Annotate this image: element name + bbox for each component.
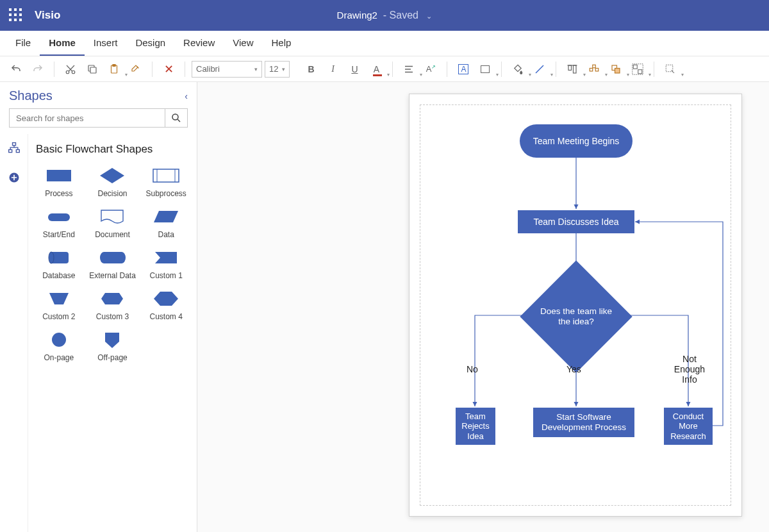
text-box-button[interactable]: A [454, 60, 473, 79]
stencil-org-icon[interactable] [6, 140, 22, 156]
copy-button[interactable] [83, 60, 102, 79]
shapes-panel: Shapes ‹ Basic Flowchart Shapes [0, 82, 197, 532]
tab-design[interactable]: Design [126, 31, 174, 56]
shape-start-end[interactable]: Start/End [32, 207, 86, 239]
svg-rect-18 [633, 63, 643, 74]
svg-marker-37 [101, 293, 123, 304]
document-title[interactable]: Drawing2 [337, 10, 377, 21]
select-button[interactable]: ▾ [661, 60, 680, 79]
node-start[interactable]: Team Meeting Begins [520, 124, 633, 158]
node-reject[interactable]: Team Rejects Idea [456, 408, 495, 445]
align-objects-button[interactable]: ▾ [563, 60, 582, 79]
cut-button[interactable] [61, 60, 80, 79]
canvas[interactable]: Team Meeting Begins Team Discusses Idea … [197, 82, 769, 532]
document-title-wrap: Drawing2 - Saved ⌄ [0, 10, 769, 21]
svg-rect-11 [590, 68, 593, 71]
svg-point-0 [66, 71, 69, 74]
svg-point-1 [72, 71, 75, 74]
svg-rect-12 [596, 68, 599, 71]
ribbon: ▾ ✕ Calibri▾ 12▾ B I U A ▾ ▾ A↗ A ▾ ▾ ▾ [0, 56, 769, 82]
chevron-down-icon[interactable]: ⌄ [426, 12, 432, 20]
svg-rect-13 [593, 65, 596, 68]
edge-label-notenough: Not Enough Info [670, 354, 709, 385]
svg-marker-38 [154, 292, 178, 306]
shape-external-data[interactable]: External Data [86, 248, 140, 280]
underline-button[interactable]: U [345, 60, 364, 79]
svg-point-20 [172, 114, 178, 120]
shape-decision[interactable]: Decision [86, 166, 140, 198]
ribbon-tabs: File Home Insert Design Review View Help [0, 31, 769, 56]
font-size-select[interactable]: 12▾ [265, 61, 290, 78]
node-start-dev[interactable]: Start Software Development Process [533, 408, 634, 437]
format-painter-button[interactable] [126, 60, 145, 79]
shape-custom-2[interactable]: Custom 2 [32, 289, 86, 321]
edge-label-no: No [467, 364, 478, 374]
font-color-button[interactable]: A ▾ [367, 60, 386, 79]
svg-rect-22 [12, 143, 15, 145]
tab-review[interactable]: Review [174, 31, 224, 56]
undo-button[interactable] [6, 60, 26, 79]
titlebar: Visio Drawing2 - Saved ⌄ [0, 0, 769, 31]
line-color-button[interactable]: ▾ [530, 60, 549, 79]
document-status: - Saved [380, 10, 418, 21]
arrange-button[interactable]: ▾ [606, 60, 625, 79]
shape-data[interactable]: Data [139, 207, 193, 239]
shape-custom-4[interactable]: Custom 4 [139, 289, 193, 321]
shape-grid: Process Decision Subprocess Start/End [32, 166, 193, 362]
shape-process[interactable]: Process [32, 166, 86, 198]
app-launcher-icon[interactable] [9, 8, 23, 22]
bold-button[interactable]: B [301, 60, 320, 79]
redo-button[interactable] [28, 60, 47, 79]
node-research[interactable]: Conduct More Research [664, 408, 713, 445]
svg-marker-40 [105, 333, 119, 348]
tab-view[interactable]: View [224, 31, 262, 56]
svg-rect-15 [615, 68, 620, 73]
svg-rect-24 [16, 150, 19, 153]
tab-home[interactable]: Home [40, 31, 85, 56]
tab-help[interactable]: Help [263, 31, 301, 56]
node-discuss[interactable]: Team Discusses Idea [518, 210, 634, 233]
text-rotation-button[interactable]: A↗ [421, 60, 440, 79]
svg-point-39 [52, 333, 66, 347]
svg-rect-17 [638, 69, 642, 73]
shape-insert-button[interactable]: ▾ [475, 60, 495, 79]
svg-rect-9 [574, 65, 577, 73]
shape-subprocess[interactable]: Subprocess [139, 166, 193, 198]
svg-rect-26 [47, 170, 71, 181]
edge-label-yes: Yes [566, 364, 581, 374]
shape-on-page[interactable]: On-page [32, 330, 86, 362]
shape-custom-3[interactable]: Custom 3 [86, 289, 140, 321]
italic-button[interactable]: I [323, 60, 342, 79]
svg-rect-16 [634, 65, 638, 69]
fill-color-button[interactable]: ▾ [508, 60, 527, 79]
position-button[interactable]: ▾ [584, 60, 604, 79]
shape-custom-1[interactable]: Custom 1 [139, 248, 193, 280]
shape-document[interactable]: Document [86, 207, 140, 239]
svg-marker-36 [49, 293, 69, 304]
svg-point-34 [49, 252, 54, 263]
svg-marker-27 [100, 168, 124, 183]
tab-insert[interactable]: Insert [85, 31, 127, 56]
add-stencil-button[interactable] [6, 170, 22, 185]
tab-file[interactable]: File [6, 31, 40, 56]
collapse-panel-icon[interactable]: ‹ [185, 91, 188, 101]
svg-rect-2 [90, 67, 96, 73]
shapes-search-button[interactable] [165, 108, 188, 128]
stencil-title: Basic Flowchart Shapes [32, 143, 193, 156]
font-family-select[interactable]: Calibri▾ [192, 61, 262, 78]
delete-button[interactable]: ✕ [159, 60, 178, 79]
main-area: Shapes ‹ Basic Flowchart Shapes [0, 82, 769, 532]
shape-database[interactable]: Database [32, 248, 86, 280]
app-name: Visio [35, 9, 60, 22]
node-decision[interactable]: Does the team like the idea? [536, 277, 616, 356]
group-button[interactable]: ▾ [628, 60, 647, 79]
paste-button[interactable]: ▾ [104, 60, 124, 79]
svg-rect-31 [48, 213, 70, 221]
svg-line-21 [178, 119, 180, 122]
svg-marker-35 [155, 252, 177, 263]
drawing-page[interactable]: Team Meeting Begins Team Discusses Idea … [409, 94, 742, 517]
shape-off-page[interactable]: Off-page [86, 330, 140, 362]
align-button[interactable]: ▾ [399, 60, 418, 79]
shapes-rail [0, 134, 28, 532]
shapes-search-input[interactable] [9, 108, 165, 128]
